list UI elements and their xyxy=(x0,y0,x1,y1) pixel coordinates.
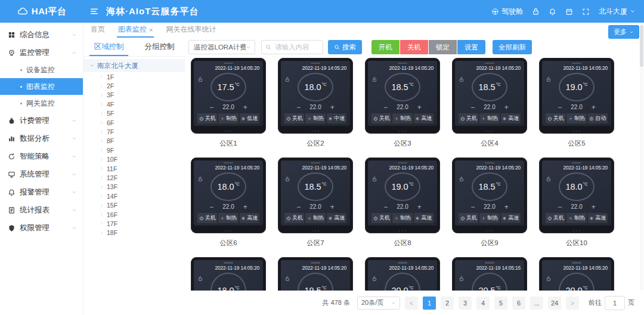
search-button[interactable]: 搜索 xyxy=(328,40,362,54)
mode-button[interactable]: 制热 xyxy=(392,113,412,123)
setpoint-plus-button[interactable]: + xyxy=(504,104,509,110)
lock-button[interactable]: 锁定 xyxy=(429,40,457,54)
device-card-15[interactable]: 2022-11-19 14:05:2020.0°C xyxy=(539,257,614,292)
more-button[interactable]: 更多 xyxy=(608,25,639,39)
setpoint-plus-button[interactable]: + xyxy=(592,204,596,210)
tree-floor-14F[interactable]: 14F xyxy=(83,192,185,200)
calendar-icon[interactable] xyxy=(565,8,573,16)
prev-page-button[interactable]: < xyxy=(405,297,418,310)
fan-speed-button[interactable]: 高速 xyxy=(240,213,259,223)
setpoint-minus-button[interactable]: − xyxy=(383,204,388,210)
sidebar-item-6[interactable]: 报警管理 xyxy=(0,183,83,201)
refresh-all-button[interactable]: 全部刷新 xyxy=(493,40,532,54)
breadcrumb-tab-0[interactable]: 首页 xyxy=(91,24,105,38)
setpoint-minus-button[interactable]: − xyxy=(209,104,213,110)
sidebar-item-8[interactable]: 权限管理 xyxy=(0,219,83,237)
cockpit-button[interactable]: 驾驶舱 xyxy=(491,7,523,17)
sidebar-subitem-网关监控[interactable]: 网关监控 xyxy=(0,95,83,112)
power-state-button[interactable]: 关机 xyxy=(284,113,304,123)
fan-speed-button[interactable]: 低速 xyxy=(240,113,259,123)
power-state-button[interactable]: 关机 xyxy=(459,113,478,123)
sidebar-subitem-设备监控[interactable]: 设备监控 xyxy=(0,61,83,78)
tree-floor-17F[interactable]: 17F xyxy=(83,219,185,228)
page-button-3[interactable]: 3 xyxy=(459,297,472,310)
tree-floor-2F[interactable]: 2F xyxy=(83,81,185,90)
mode-button[interactable]: 制热 xyxy=(218,113,238,123)
mode-button[interactable]: 制热 xyxy=(305,213,325,223)
sidebar-item-2[interactable]: 计费管理 xyxy=(0,112,83,129)
mode-button[interactable]: 制热 xyxy=(218,213,238,223)
close-icon[interactable]: × xyxy=(149,26,153,33)
device-card-5[interactable]: 2022-11-19 14:05:2019.0°C−22.0+关机制热自动公区5 xyxy=(539,58,614,148)
fullscreen-icon[interactable] xyxy=(582,8,590,16)
device-type-select[interactable]: 温控器LORA计费 xyxy=(188,40,255,54)
sidebar-item-0[interactable]: 综合信息 xyxy=(0,26,83,44)
fan-speed-button[interactable]: 高速 xyxy=(414,113,434,123)
power-state-button[interactable]: 关机 xyxy=(371,213,391,223)
sidebar-item-1[interactable]: 监控管理 xyxy=(0,44,83,61)
device-card-1[interactable]: 2022-11-19 14:05:2017.5°C−22.0+关机制热低速公区1 xyxy=(191,58,266,148)
fan-speed-button[interactable]: 高速 xyxy=(414,213,434,223)
fan-speed-button[interactable]: 高速 xyxy=(588,213,608,223)
app-logo[interactable]: HAI平台 xyxy=(0,0,83,23)
tree-floor-13F[interactable]: 13F xyxy=(83,183,185,192)
setpoint-plus-button[interactable]: + xyxy=(417,204,422,210)
power-off-button[interactable]: 关机 xyxy=(400,40,428,54)
power-state-button[interactable]: 关机 xyxy=(197,213,217,223)
tree-floor-10F[interactable]: 10F xyxy=(83,155,185,164)
tree-floor-11F[interactable]: 11F xyxy=(83,164,185,173)
tree-floor-6F[interactable]: 6F xyxy=(83,118,185,127)
tree-root-node[interactable]: 南京北斗大厦 xyxy=(83,59,185,72)
setpoint-plus-button[interactable]: + xyxy=(417,104,422,110)
breadcrumb-tab-2[interactable]: 网关在线率统计 xyxy=(166,24,216,38)
search-input[interactable] xyxy=(274,43,319,51)
setpoint-plus-button[interactable]: + xyxy=(330,204,335,210)
fan-speed-button[interactable]: 高速 xyxy=(501,213,521,223)
tree-floor-9F[interactable]: 9F xyxy=(83,146,185,155)
fan-speed-button[interactable]: 自动 xyxy=(588,113,608,123)
power-state-button[interactable]: 关机 xyxy=(546,213,565,223)
sidebar-subitem-图表监控[interactable]: 图表监控 xyxy=(0,78,83,95)
panel-tab-1[interactable]: 分组控制 xyxy=(134,38,185,56)
setpoint-minus-button[interactable]: − xyxy=(296,104,301,110)
setpoint-plus-button[interactable]: + xyxy=(504,204,509,210)
sidebar-item-5[interactable]: 系统管理 xyxy=(0,165,83,183)
setpoint-minus-button[interactable]: − xyxy=(296,204,301,210)
setpoint-plus-button[interactable]: + xyxy=(243,204,247,210)
device-card-4[interactable]: 2022-11-19 14:05:2018.5°C−22.0+关机制热高速公区4 xyxy=(452,58,527,148)
sidebar-item-3[interactable]: 数据分析 xyxy=(0,129,83,147)
device-card-8[interactable]: 2022-11-19 14:05:2019.0°C−22.0+关机制热高速公区8 xyxy=(365,158,440,248)
mode-button[interactable]: 制热 xyxy=(392,213,412,223)
page-button-6[interactable]: 6 xyxy=(512,297,525,310)
page-button-24[interactable]: 24 xyxy=(548,297,561,310)
notifications-bell-icon[interactable] xyxy=(549,8,556,16)
power-state-button[interactable]: 关机 xyxy=(546,113,565,123)
fan-speed-button[interactable]: 高速 xyxy=(501,113,521,123)
tree-floor-18F[interactable]: 18F xyxy=(83,228,185,237)
mode-button[interactable]: 制热 xyxy=(479,113,499,123)
device-card-9[interactable]: 2022-11-19 14:05:2018.5°C−22.0+关机制热高速公区9 xyxy=(452,158,527,248)
settings-button[interactable]: 设置 xyxy=(457,40,485,54)
lock-icon[interactable] xyxy=(532,8,540,16)
sidebar-item-4[interactable]: 智能策略 xyxy=(0,147,83,165)
power-state-button[interactable]: 关机 xyxy=(459,213,478,223)
page-ellipsis[interactable]: ... xyxy=(530,297,543,310)
panel-tab-0[interactable]: 区域控制 xyxy=(83,38,134,56)
page-button-2[interactable]: 2 xyxy=(441,297,454,310)
scrollbar-thumb[interactable] xyxy=(640,25,643,67)
device-card-13[interactable]: 2022-11-19 14:05:2020.0°C xyxy=(365,257,440,292)
setpoint-minus-button[interactable]: − xyxy=(470,204,475,210)
fan-speed-button[interactable]: 中速 xyxy=(327,113,346,123)
collapse-menu-icon[interactable] xyxy=(89,7,99,16)
device-card-12[interactable]: 2022-11-19 14:05:2019.5°C xyxy=(278,257,353,292)
next-page-button[interactable]: > xyxy=(566,297,579,310)
setpoint-minus-button[interactable]: − xyxy=(383,104,388,110)
setpoint-minus-button[interactable]: − xyxy=(470,104,475,110)
tree-floor-1F[interactable]: 1F xyxy=(83,72,185,81)
device-card-14[interactable]: 2022-11-19 14:05:1520.5°C xyxy=(452,257,527,292)
power-state-button[interactable]: 关机 xyxy=(284,213,304,223)
page-button-5[interactable]: 5 xyxy=(494,297,507,310)
device-card-7[interactable]: 2022-11-19 14:05:2018.5°C−22.0+关机制热高速公区7 xyxy=(278,158,353,248)
device-card-11[interactable]: 2022-11-19 14:05:2018.0°C xyxy=(191,257,266,292)
device-card-6[interactable]: 2022-11-19 14:05:2018.0°C−22.0+关机制热高速公区6 xyxy=(191,158,266,248)
